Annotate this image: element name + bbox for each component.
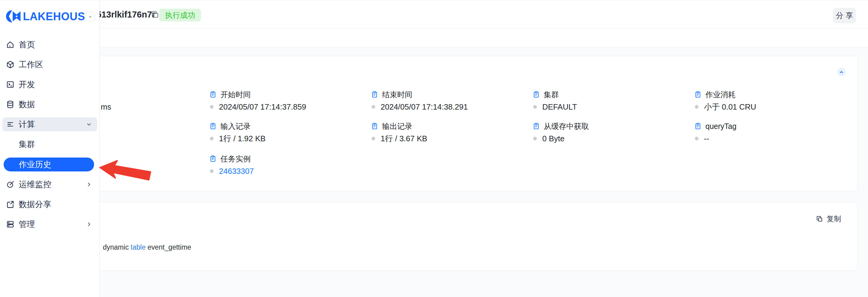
code-text: event_gettime (146, 243, 191, 251)
field-label: 输出记录 (382, 121, 412, 131)
bullet-dot (210, 137, 214, 140)
sidebar-item-cluster[interactable]: 集群 (0, 137, 99, 151)
field-task-instance: 任务实例 24633307 (209, 154, 360, 176)
top-bar: 513rlkif176n7a 执行成功 分 享 (0, 0, 868, 29)
sidebar-item-workspace[interactable]: 工作区 (0, 58, 99, 71)
database-icon (6, 100, 14, 109)
chevron-up-icon (839, 69, 844, 75)
collapse-panel-button[interactable] (837, 68, 846, 77)
bullet-dot (695, 105, 699, 109)
red-arrow-annotation (99, 160, 153, 182)
code-keyword: table (131, 243, 146, 251)
sidebar-item-data[interactable]: 数据 (0, 97, 99, 111)
field-value: 1行 / 3.67 KB (381, 133, 427, 144)
bullet-dot (210, 105, 214, 109)
share-button[interactable]: 分 享 (833, 8, 856, 23)
clipboard-icon (533, 123, 540, 130)
clipboard-icon (209, 123, 217, 130)
field-label: 任务实例 (220, 154, 251, 164)
sql-code-line: dynamic table event_gettime (103, 243, 191, 252)
copy-sql-button[interactable]: 复制 (816, 214, 841, 224)
field-label: 结束时间 (382, 90, 412, 99)
bullet-dot (372, 137, 375, 140)
clipboard-icon (209, 155, 217, 162)
triangle-down-icon (88, 15, 92, 19)
terminal-icon (6, 80, 14, 89)
gauge-icon (6, 180, 14, 189)
field-value: 1行 / 1.92 KB (219, 133, 266, 144)
chevron-down-icon (86, 121, 92, 128)
field-value: 0 Byte (542, 134, 565, 143)
field-job-cost: 作业消耗 小于 0.01 CRU (694, 90, 845, 112)
bullet-dot (372, 105, 375, 109)
field-label: 作业消耗 (706, 90, 736, 99)
field-value: 2024/05/07 17:14:37.859 (219, 102, 306, 112)
field-value: -- (704, 134, 709, 143)
clipboard-icon (694, 91, 702, 98)
sidebar-item-home[interactable]: 首页 (0, 38, 99, 52)
logo-row: LAKEHOUSE (0, 9, 99, 25)
bullet-dot (210, 169, 214, 173)
field-label: 从缓存中获取 (544, 121, 589, 131)
duration-value-fragment: ms (101, 102, 111, 112)
chevron-right-icon (86, 181, 92, 188)
field-input-records: 输入记录 1行 / 1.92 KB (209, 122, 360, 143)
share-export-icon (6, 200, 14, 209)
field-value: 小于 0.01 CRU (704, 102, 756, 112)
field-from-cache: 从缓存中获取 0 Byte (533, 122, 683, 143)
field-value: DEFAULT (542, 102, 577, 112)
clipboard-icon (371, 123, 378, 130)
sidebar: LAKEHOUSE 首页 工作区 开发 数据 计算 集群 (0, 0, 99, 297)
home-icon (6, 40, 14, 49)
compute-lines-icon (6, 120, 14, 128)
page-header-band (0, 29, 868, 48)
field-end-time: 结束时间 2024/05/07 17:14:38.291 (371, 90, 522, 112)
app-window: 513rlkif176n7a 执行成功 分 享 ms 开始时间 2024/05/… (0, 0, 868, 297)
clipboard-icon (694, 123, 702, 130)
cube-icon (6, 60, 14, 69)
sidebar-item-develop[interactable]: 开发 (0, 78, 99, 91)
field-label: 集群 (544, 90, 559, 99)
field-query-tag: queryTag -- (694, 122, 845, 143)
clipboard-icon (533, 91, 540, 98)
bullet-dot (695, 137, 699, 140)
field-label: 开始时间 (220, 90, 251, 99)
lakehouse-logo-icon (6, 10, 21, 25)
clipboard-icon (371, 91, 378, 98)
server-stack-icon (6, 220, 14, 229)
code-text: dynamic (103, 243, 131, 251)
bullet-dot (533, 137, 537, 140)
field-label: 输入记录 (220, 121, 251, 131)
sidebar-item-admin[interactable]: 管理 (0, 217, 99, 231)
clipboard-icon (209, 91, 217, 98)
sidebar-item-compute[interactable]: 计算 (0, 117, 99, 131)
field-output-records: 输出记录 1行 / 3.67 KB (371, 122, 522, 143)
field-value: 2024/05/07 17:14:38.291 (381, 102, 468, 112)
job-id-text: 513rlkif176n7a (96, 0, 157, 29)
copy-icon (816, 215, 823, 222)
logo-text: LAKEHOUSE (23, 9, 93, 25)
status-badge: 执行成功 (159, 9, 201, 22)
sidebar-collapse-toggle[interactable] (85, 12, 95, 22)
copy-id-icon[interactable] (151, 10, 159, 19)
task-instance-link[interactable]: 24633307 (219, 167, 254, 176)
sidebar-item-ops-monitor[interactable]: 运维监控 (0, 177, 99, 191)
sidebar-item-job-history[interactable]: 作业历史 (4, 157, 94, 172)
chevron-right-icon (86, 221, 92, 228)
field-label: queryTag (706, 122, 737, 131)
sidebar-item-data-share[interactable]: 数据分享 (0, 198, 99, 211)
sql-statement-card: 复制 dynamic table event_gettime (62, 202, 858, 271)
bullet-dot (533, 105, 537, 109)
job-detail-card: ms 开始时间 2024/05/07 17:14:37.859 结束时间 202… (62, 56, 858, 191)
field-cluster: 集群 DEFAULT (533, 90, 683, 112)
field-start-time: 开始时间 2024/05/07 17:14:37.859 (209, 90, 360, 112)
